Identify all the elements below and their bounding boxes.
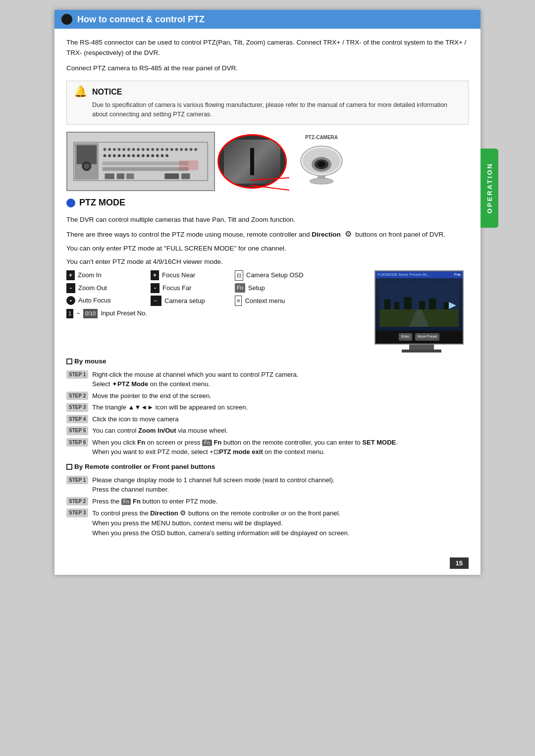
svg-point-36 — [156, 154, 159, 157]
ptz-desc1: The DVR can control multiple cameras tha… — [66, 215, 469, 225]
monitor-stand — [409, 345, 434, 350]
monitor-circle-area — [215, 132, 289, 191]
svg-rect-46 — [179, 160, 198, 170]
focus-far-icon: - — [151, 283, 160, 294]
mouse-step3-badge: STEP 3 — [66, 403, 88, 412]
setup-item: Fn Setup — [235, 283, 370, 293]
zoom-out-col: - Zoom Out — [66, 283, 146, 294]
zoom-out-item: - Zoom Out — [66, 283, 146, 294]
ctrl-col1: + Zoom In — [66, 270, 146, 281]
control-cols: + Zoom In + Focus Near ⊡ — [66, 270, 370, 319]
svg-point-17 — [161, 148, 164, 151]
svg-point-27 — [113, 154, 116, 157]
svg-rect-42 — [117, 173, 124, 179]
page-number: 15 — [450, 557, 469, 569]
remote-step3-badge: STEP 3 — [66, 508, 88, 517]
focus-far-item: - Focus Far — [151, 283, 230, 294]
zoom-out-icon: - — [66, 283, 75, 294]
intro-para2: Connect PTZ camera to RS-485 at the rear… — [66, 63, 469, 74]
svg-point-22 — [185, 148, 188, 151]
svg-point-26 — [108, 154, 111, 157]
mouse-step2-badge: STEP 2 — [66, 392, 88, 401]
ptz-mode-title: PTZ MODE — [66, 196, 469, 210]
svg-rect-39 — [103, 161, 189, 165]
camera-setup-osd-icon: ⊡ — [235, 270, 243, 281]
notice-text: Due to specification of camera is variou… — [92, 101, 461, 120]
header-circle-icon — [61, 14, 72, 25]
svg-point-11 — [132, 148, 135, 151]
preset-row: 1 ~ 0/10 Input Preset No. — [66, 308, 370, 318]
blue-circle-icon — [66, 199, 75, 207]
svg-rect-41 — [105, 173, 114, 179]
by-remote-section: By Remote controller or Front panel butt… — [66, 462, 469, 538]
svg-point-19 — [170, 148, 173, 151]
svg-point-4 — [84, 163, 90, 169]
mouse-step3: STEP 3 The triangle ▲▼◄► icon will be ap… — [66, 403, 469, 412]
header-bar: How to connect & control PTZ — [54, 10, 481, 29]
auto-focus-icon: • — [66, 296, 75, 305]
svg-point-7 — [113, 148, 116, 151]
monitor-top-bar: FUDMODE Move Preset-00... Fn▸ — [375, 271, 463, 278]
remote-step2-badge: STEP 2 — [66, 497, 88, 506]
svg-point-9 — [122, 148, 125, 151]
camera-setup-item: ← Camera setup — [151, 296, 230, 306]
svg-point-16 — [156, 148, 159, 151]
ctrl-col2: + Focus Near — [151, 270, 230, 281]
mouse-step2-text: Move the pointer to the end of the scree… — [92, 391, 469, 401]
dvr-diagram — [66, 132, 215, 191]
mouse-step5-text: You can control Zoom In/Out via mouse wh… — [92, 426, 469, 436]
svg-point-21 — [180, 148, 183, 151]
preset-num1-icon: 1 — [66, 309, 73, 318]
by-mouse-section: By mouse STEP 1 Right-click the mouse at… — [66, 356, 469, 457]
focus-near-icon: + — [151, 270, 159, 281]
mouse-step1-badge: STEP 1 — [66, 370, 88, 379]
setup-col: Fn Setup — [235, 283, 370, 294]
mouse-step4-badge: STEP 4 — [66, 415, 88, 424]
svg-rect-60 — [394, 302, 399, 309]
by-mouse-title: By mouse — [66, 356, 469, 367]
svg-point-10 — [127, 148, 130, 151]
zoom-in-icon: + — [66, 270, 75, 281]
svg-point-20 — [175, 148, 178, 151]
remote-step3-text: To control press the Direction ⚙ buttons… — [92, 508, 469, 538]
camera-setup-icon: ← — [151, 296, 161, 306]
ctrl-col3: ⊡ Camera Setup OSD — [235, 270, 370, 281]
auto-focus-item: • Auto Focus — [66, 296, 146, 305]
controls-table: + Zoom In + Focus Near ⊡ — [66, 270, 469, 353]
mouse-step1-text: Right-click the mouse at channel which y… — [92, 370, 469, 389]
mouse-step6-badge: STEP 6 — [66, 438, 88, 447]
remote-step2: STEP 2 Press the Fn Fn button to enter P… — [66, 497, 469, 506]
auto-focus-col: • Auto Focus — [66, 296, 146, 306]
monitor-bottom-bar: Enter Move Preset — [375, 331, 463, 344]
ptz-desc3: You can only enter PTZ mode at "FULL SCR… — [66, 244, 469, 254]
svg-point-33 — [142, 154, 145, 157]
camera-setup-col: ← Camera setup — [151, 296, 230, 306]
svg-point-28 — [118, 154, 121, 157]
mouse-step3-text: The triangle ▲▼◄► icon will be appeared … — [92, 403, 469, 412]
dvr-image-row: PTZ-CAMERA — [66, 132, 469, 191]
svg-point-37 — [161, 154, 164, 157]
svg-rect-63 — [429, 299, 436, 309]
svg-point-34 — [147, 154, 150, 157]
svg-point-38 — [165, 154, 168, 157]
checkbox-icon — [66, 358, 72, 364]
svg-rect-45 — [181, 173, 190, 179]
monitor-top-right: Fn▸ — [454, 272, 461, 278]
mouse-step6: STEP 6 When you click Fn on screen or pr… — [66, 438, 469, 457]
fn-icon: Fn — [235, 283, 245, 293]
svg-point-30 — [127, 154, 130, 157]
svg-point-5 — [104, 148, 107, 151]
right-monitor: FUDMODE Move Preset-00... Fn▸ — [374, 270, 464, 345]
monitor-base — [402, 350, 441, 353]
fn-inline-icon2: Fn — [121, 499, 131, 505]
focus-far-col: - Focus Far — [151, 283, 230, 294]
mouse-step5-badge: STEP 5 — [66, 426, 88, 435]
svg-point-23 — [190, 148, 193, 151]
svg-line-48 — [250, 185, 289, 190]
svg-point-53 — [318, 161, 325, 167]
monitor-scene — [375, 278, 463, 331]
svg-rect-44 — [164, 173, 179, 179]
svg-point-56 — [310, 178, 333, 184]
svg-point-6 — [108, 148, 111, 151]
svg-point-14 — [147, 148, 150, 151]
